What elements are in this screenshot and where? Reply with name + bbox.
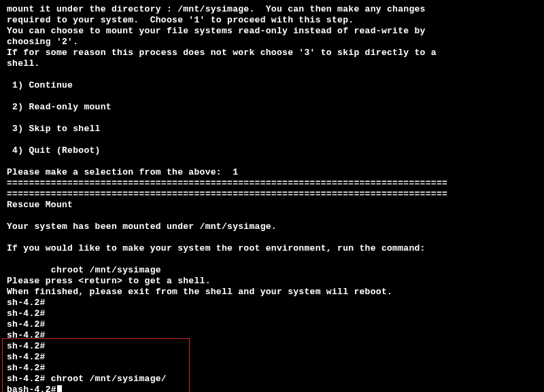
term-line: choosing '2'.: [7, 37, 537, 48]
term-line: [7, 211, 537, 221]
term-line: If you would like to make your system th…: [7, 243, 537, 254]
shell-prompt: sh-4.2#: [7, 308, 537, 319]
bash-prompt[interactable]: bash-4.2#: [7, 385, 537, 392]
shell-prompt: sh-4.2#: [7, 341, 537, 352]
term-line: If for some reason this process does not…: [7, 48, 537, 58]
prompt-text: bash-4.2#: [7, 385, 56, 392]
section-header: Rescue Mount: [7, 200, 537, 211]
term-line: When finished, please exit from the shel…: [7, 287, 537, 298]
term-line: mount it under the directory : /mnt/sysi…: [7, 4, 537, 15]
term-line: Your system has been mounted under /mnt/…: [7, 221, 537, 232]
shell-prompt: sh-4.2#: [7, 319, 537, 330]
shell-command: sh-4.2# chroot /mnt/sysimage/: [7, 374, 537, 385]
menu-option-continue: 1) Continue: [7, 80, 537, 91]
term-line: shell.: [7, 58, 537, 69]
term-line: [7, 135, 537, 145]
selection-prompt: Please make a selection from the above: …: [7, 167, 537, 178]
term-line: required to your system. Choose '1' to p…: [7, 15, 537, 26]
shell-prompt: sh-4.2#: [7, 363, 537, 374]
chroot-hint: chroot /mnt/sysimage: [7, 265, 537, 276]
term-line: [7, 113, 537, 124]
shell-prompt: sh-4.2#: [7, 330, 537, 341]
term-line: [7, 156, 537, 167]
divider-line: ========================================…: [7, 189, 537, 200]
shell-prompt: sh-4.2#: [7, 298, 537, 308]
menu-option-quit: 4) Quit (Reboot): [7, 145, 537, 156]
cursor-icon: [57, 385, 62, 392]
term-line: You can choose to mount your file system…: [7, 26, 537, 37]
shell-prompt: sh-4.2#: [7, 352, 537, 363]
term-line: [7, 254, 537, 265]
divider-line: ========================================…: [7, 178, 537, 189]
menu-option-readonly: 2) Read-only mount: [7, 102, 537, 113]
terminal-output[interactable]: mount it under the directory : /mnt/sysi…: [7, 4, 537, 392]
menu-option-skip: 3) Skip to shell: [7, 124, 537, 135]
term-line: [7, 91, 537, 102]
term-line: [7, 69, 537, 80]
term-line: Please press <return> to get a shell.: [7, 276, 537, 287]
term-line: [7, 232, 537, 243]
